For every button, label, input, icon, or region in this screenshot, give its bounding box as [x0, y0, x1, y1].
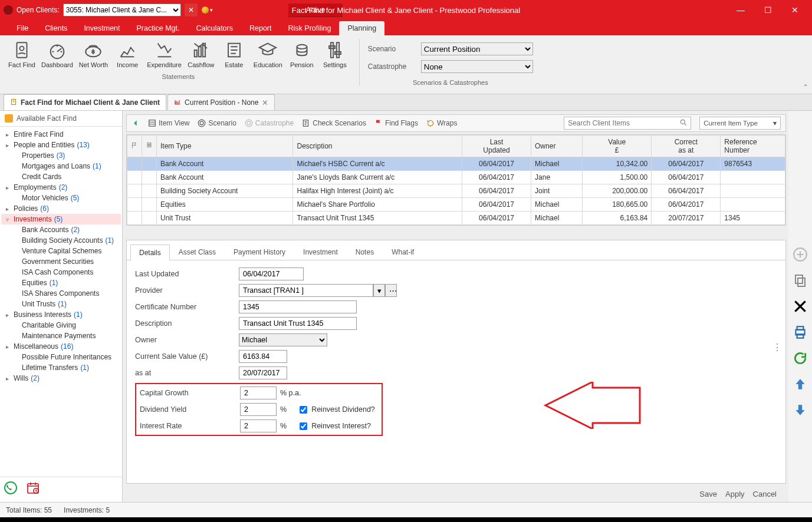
col-value[interactable]: Value £ [583, 136, 652, 157]
menu-file[interactable]: File [8, 21, 37, 35]
tree-venture-capital-schemes[interactable]: Venture Capital Schemes [1, 246, 121, 256]
table-row[interactable]: Building Society AccountHalifax High Int… [127, 184, 785, 198]
scenario-button[interactable]: Scenario [198, 119, 236, 127]
description-input[interactable] [239, 317, 357, 330]
current-value-input[interactable] [239, 350, 287, 363]
panel-drag-handle[interactable]: ⋮ [772, 346, 782, 349]
search-icon[interactable] [676, 118, 691, 128]
refresh-icon[interactable] [792, 350, 808, 366]
ribbon-net-worth[interactable]: Net Worth [77, 39, 110, 70]
calendar-icon[interactable] [26, 481, 40, 498]
tree-mortgages-and-loans[interactable]: Mortgages and Loans (1) [1, 161, 121, 171]
tree-investments[interactable]: ▿Investments (5) [1, 214, 121, 224]
add-icon[interactable] [792, 246, 808, 263]
col-pin[interactable] [142, 136, 157, 157]
menu-practice-mgt-[interactable]: Practice Mgt. [129, 21, 188, 35]
catastrophe-select[interactable]: None [421, 60, 533, 73]
tree-equities[interactable]: Equities (1) [1, 277, 121, 288]
close-window-button[interactable]: ✕ [781, 0, 808, 20]
copy-icon[interactable] [792, 272, 808, 289]
tree-wills[interactable]: ▸Wills (2) [1, 373, 121, 384]
detail-tab-notes[interactable]: Notes [347, 244, 383, 260]
tree-credit-cards[interactable]: Credit Cards [1, 171, 121, 182]
search-input[interactable] [564, 118, 676, 128]
tree-isa-shares-components[interactable]: ISA Shares Components [1, 288, 121, 299]
last-updated-input[interactable] [239, 267, 304, 280]
ribbon-estate[interactable]: Estate [218, 39, 250, 70]
apply-button[interactable]: Apply [725, 490, 745, 498]
col-reference[interactable]: Reference Number [721, 136, 785, 157]
tree-properties[interactable]: Properties (3) [1, 150, 121, 161]
scenario-select[interactable]: Current Position [421, 42, 533, 55]
ribbon-expand-icon[interactable]: ⌃ [803, 83, 808, 91]
col-correct-as-at[interactable]: Correct as at [652, 136, 721, 157]
client-dropdown-button[interactable]: ▾ [201, 4, 214, 16]
whatsapp-icon[interactable] [4, 481, 18, 498]
menu-calculators[interactable]: Calculators [188, 21, 241, 35]
ribbon-pension[interactable]: Pension [286, 39, 318, 70]
ribbon-settings[interactable]: Settings [319, 39, 351, 70]
dividend-yield-input[interactable] [240, 403, 277, 416]
tree-motor-vehicles[interactable]: Motor Vehicles (5) [1, 193, 121, 203]
ribbon-expenditure[interactable]: Expenditure [144, 39, 184, 70]
reinvest-dividend-checkbox[interactable] [300, 406, 307, 414]
tree-business-interests[interactable]: ▸Business Interests (1) [1, 309, 121, 320]
col-item-type[interactable]: Item Type [157, 136, 293, 157]
search-box[interactable] [564, 117, 691, 130]
col-owner[interactable]: Owner [531, 136, 583, 157]
detail-tab-payment-history[interactable]: Payment History [225, 244, 294, 260]
delete-icon[interactable] [792, 298, 808, 315]
ribbon-fact-find[interactable]: Fact Find [6, 39, 38, 70]
col-description[interactable]: Description [293, 136, 462, 157]
menu-investment[interactable]: Investment [75, 21, 128, 35]
tree-lifetime-transfers[interactable]: Lifetime Transfers (1) [1, 362, 121, 373]
provider-browse-button[interactable]: ⋯ [385, 284, 397, 297]
detail-tab-investment[interactable]: Investment [294, 244, 347, 260]
detail-tab-what-if[interactable]: What-if [383, 244, 423, 260]
col-last-updated[interactable]: Last Updated [462, 136, 531, 157]
print-icon[interactable] [792, 324, 808, 341]
table-row[interactable]: Unit TrustTransact Unit Trust 134506/04/… [127, 212, 785, 225]
doc-tab-0[interactable]: Fact Find for Michael Client & Jane Clie… [4, 94, 166, 110]
close-client-button[interactable]: ✕ [185, 4, 198, 16]
menu-risk-profiling[interactable]: Risk Profiling [280, 21, 340, 35]
owner-select[interactable]: Michael [239, 333, 327, 346]
check-scenarios-button[interactable]: Check Scenarios [302, 119, 366, 127]
menu-report[interactable]: Report [241, 21, 280, 35]
provider-dropdown-button[interactable]: ▾ [373, 284, 385, 297]
tree-government-securities[interactable]: Government Securities [1, 256, 121, 267]
interest-rate-input[interactable] [240, 419, 277, 432]
filter-dropdown[interactable]: Current Item Type▾ [699, 117, 781, 130]
tree-miscellaneous[interactable]: ▸Miscellaneous (16) [1, 341, 121, 352]
tree-entire-fact-find[interactable]: ▸Entire Fact Find [1, 129, 121, 140]
tree-building-society-accounts[interactable]: Building Society Accounts (1) [1, 235, 121, 246]
table-row[interactable]: EquitiesMichael's Share Portfolio06/04/2… [127, 198, 785, 212]
ribbon-dashboard[interactable]: Dashboard [39, 39, 75, 70]
ribbon-income[interactable]: Income [111, 39, 143, 70]
tree-charitable-giving[interactable]: Charitable Giving [1, 320, 121, 331]
doc-tab-1[interactable]: Current Position - None✕ [167, 94, 275, 110]
capital-growth-input[interactable] [240, 386, 277, 399]
menu-clients[interactable]: Clients [37, 21, 75, 35]
tree-unit-trusts[interactable]: Unit Trusts (1) [1, 299, 121, 309]
tree-maintenance-payments[interactable]: Maintenance Payments [1, 331, 121, 341]
move-up-icon[interactable] [792, 376, 808, 392]
save-button[interactable]: Save [699, 490, 717, 498]
detail-tab-asset-class[interactable]: Asset Class [170, 244, 225, 260]
tree-employments[interactable]: ▸Employments (2) [1, 182, 121, 193]
cancel-button[interactable]: Cancel [753, 490, 777, 498]
move-down-icon[interactable] [792, 402, 808, 418]
tree-bank-accounts[interactable]: Bank Accounts (2) [1, 224, 121, 235]
item-view-button[interactable]: Item View [148, 119, 189, 127]
close-tab-icon[interactable]: ✕ [262, 98, 268, 107]
tree-policies[interactable]: ▸Policies (6) [1, 203, 121, 214]
minimize-button[interactable]: — [727, 0, 754, 20]
client-select[interactable]: 3055: Michael Client & Jane C... [63, 4, 181, 16]
maximize-button[interactable]: ☐ [754, 0, 781, 20]
certificate-input[interactable] [239, 300, 357, 313]
provider-input[interactable] [239, 284, 373, 297]
as-at-input[interactable] [239, 366, 287, 379]
back-button[interactable] [132, 119, 140, 127]
catastrophe-button[interactable]: Catastrophe [245, 119, 294, 127]
col-flag[interactable] [127, 136, 142, 157]
